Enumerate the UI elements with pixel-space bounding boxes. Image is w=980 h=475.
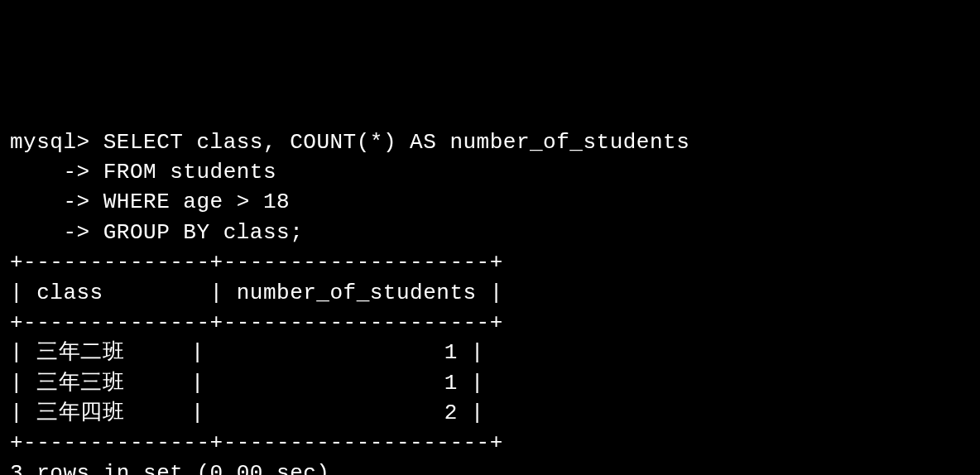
- table-header: | class | number_of_students |: [10, 281, 503, 305]
- table-row: | 三年二班 | 1 |: [10, 340, 484, 365]
- continuation-prompt: ->: [10, 190, 90, 214]
- table-border-top: +--------------+--------------------+: [10, 250, 503, 275]
- table-border-mid: +--------------+--------------------+: [10, 310, 503, 335]
- table-row: | 三年四班 | 2 |: [10, 401, 484, 425]
- mysql-terminal[interactable]: mysql> SELECT class, COUNT(*) AS number_…: [10, 127, 970, 475]
- query-line-4: GROUP BY class;: [103, 220, 304, 245]
- query-line-2: FROM students: [103, 160, 276, 185]
- table-row: | 三年三班 | 1 |: [10, 371, 484, 396]
- table-border-bot: +--------------+--------------------+: [10, 430, 503, 455]
- continuation-prompt: ->: [10, 160, 90, 185]
- query-line-1: SELECT class, COUNT(*) AS number_of_stud…: [103, 130, 690, 155]
- status-line: 3 rows in set (0.00 sec): [10, 461, 329, 475]
- query-line-3: WHERE age > 18: [103, 190, 290, 214]
- mysql-prompt: mysql>: [10, 130, 90, 155]
- continuation-prompt: ->: [10, 220, 90, 245]
